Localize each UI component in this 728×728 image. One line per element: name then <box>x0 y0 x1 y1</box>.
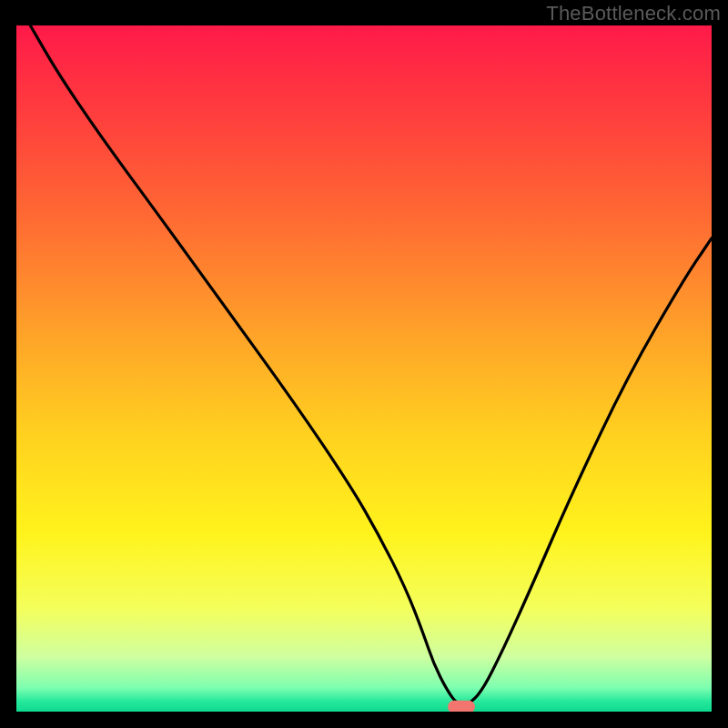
bottleneck-chart <box>16 25 712 712</box>
bottleneck-marker <box>448 701 475 712</box>
chart-plot-area <box>16 25 712 712</box>
gradient-background <box>16 25 712 712</box>
source-watermark: TheBottleneck.com <box>546 2 721 25</box>
chart-frame: TheBottleneck.com <box>0 0 728 728</box>
